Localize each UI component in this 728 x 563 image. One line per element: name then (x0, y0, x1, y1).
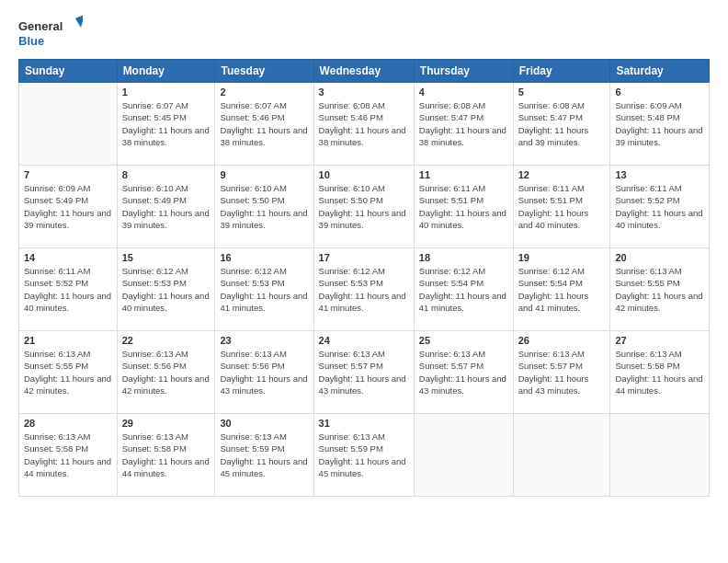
day-cell (19, 83, 118, 166)
day-number: 21 (24, 335, 112, 346)
day-cell: 22 Sunrise: 6:13 AMSunset: 5:56 PMDaylig… (117, 331, 215, 414)
column-header-sunday: Sunday (19, 60, 118, 83)
day-info: Sunrise: 6:12 AMSunset: 5:53 PMDaylight:… (319, 265, 409, 314)
header-row: SundayMondayTuesdayWednesdayThursdayFrid… (19, 60, 710, 83)
day-cell: 19 Sunrise: 6:12 AMSunset: 5:54 PMDaylig… (513, 248, 610, 331)
day-cell: 2 Sunrise: 6:07 AMSunset: 5:46 PMDayligh… (215, 83, 313, 166)
column-header-monday: Monday (117, 60, 215, 83)
day-number: 17 (319, 252, 409, 263)
week-row-1: 1 Sunrise: 6:07 AMSunset: 5:45 PMDayligh… (19, 83, 710, 166)
day-info: Sunrise: 6:12 AMSunset: 5:54 PMDaylight:… (419, 265, 508, 314)
day-cell: 24 Sunrise: 6:13 AMSunset: 5:57 PMDaylig… (313, 331, 414, 414)
day-number: 12 (518, 169, 606, 180)
day-cell (513, 414, 610, 497)
day-cell: 18 Sunrise: 6:12 AMSunset: 5:54 PMDaylig… (414, 248, 513, 331)
day-number: 28 (24, 418, 112, 429)
day-info: Sunrise: 6:07 AMSunset: 5:45 PMDaylight:… (122, 99, 210, 148)
day-cell (610, 414, 710, 497)
day-cell (414, 414, 513, 497)
day-number: 11 (419, 169, 508, 180)
day-cell: 15 Sunrise: 6:12 AMSunset: 5:53 PMDaylig… (117, 248, 215, 331)
day-number: 16 (220, 252, 308, 263)
day-cell: 1 Sunrise: 6:07 AMSunset: 5:45 PMDayligh… (117, 83, 215, 166)
day-cell: 26 Sunrise: 6:13 AMSunset: 5:57 PMDaylig… (513, 331, 610, 414)
logo-svg: General Blue (18, 15, 83, 50)
day-number: 13 (615, 169, 704, 180)
day-cell: 6 Sunrise: 6:09 AMSunset: 5:48 PMDayligh… (610, 83, 710, 166)
day-info: Sunrise: 6:13 AMSunset: 5:57 PMDaylight:… (419, 348, 508, 396)
day-number: 18 (419, 252, 508, 263)
day-info: Sunrise: 6:11 AMSunset: 5:52 PMDaylight:… (24, 265, 112, 314)
column-header-wednesday: Wednesday (313, 60, 414, 83)
day-info: Sunrise: 6:13 AMSunset: 5:58 PMDaylight:… (615, 348, 704, 396)
day-cell: 11 Sunrise: 6:11 AMSunset: 5:51 PMDaylig… (414, 166, 513, 248)
day-info: Sunrise: 6:13 AMSunset: 5:59 PMDaylight:… (319, 431, 409, 479)
day-info: Sunrise: 6:08 AMSunset: 5:46 PMDaylight:… (319, 99, 409, 148)
day-number: 10 (319, 169, 409, 180)
day-info: Sunrise: 6:11 AMSunset: 5:51 PMDaylight:… (518, 182, 606, 231)
column-header-friday: Friday (513, 60, 610, 83)
day-info: Sunrise: 6:13 AMSunset: 5:55 PMDaylight:… (24, 348, 112, 396)
day-info: Sunrise: 6:12 AMSunset: 5:54 PMDaylight:… (518, 265, 606, 314)
day-cell: 28 Sunrise: 6:13 AMSunset: 5:58 PMDaylig… (19, 414, 118, 497)
day-cell: 30 Sunrise: 6:13 AMSunset: 5:59 PMDaylig… (215, 414, 313, 497)
day-number: 8 (122, 169, 210, 180)
day-number: 29 (122, 418, 210, 429)
day-number: 25 (419, 335, 508, 346)
day-info: Sunrise: 6:10 AMSunset: 5:50 PMDaylight:… (319, 182, 409, 231)
day-info: Sunrise: 6:13 AMSunset: 5:56 PMDaylight:… (220, 348, 308, 396)
week-row-4: 21 Sunrise: 6:13 AMSunset: 5:55 PMDaylig… (19, 331, 710, 414)
day-info: Sunrise: 6:11 AMSunset: 5:52 PMDaylight:… (615, 182, 704, 231)
day-number: 4 (419, 86, 508, 98)
day-cell: 7 Sunrise: 6:09 AMSunset: 5:49 PMDayligh… (19, 166, 118, 248)
day-info: Sunrise: 6:13 AMSunset: 5:56 PMDaylight:… (122, 348, 210, 396)
day-info: Sunrise: 6:13 AMSunset: 5:58 PMDaylight:… (24, 431, 112, 479)
day-cell: 17 Sunrise: 6:12 AMSunset: 5:53 PMDaylig… (313, 248, 414, 331)
day-number: 30 (220, 418, 308, 429)
day-info: Sunrise: 6:12 AMSunset: 5:53 PMDaylight:… (220, 265, 308, 314)
day-info: Sunrise: 6:09 AMSunset: 5:49 PMDaylight:… (24, 182, 112, 231)
column-header-tuesday: Tuesday (215, 60, 313, 83)
day-number: 3 (319, 86, 409, 98)
logo: General Blue (18, 15, 83, 50)
day-cell: 10 Sunrise: 6:10 AMSunset: 5:50 PMDaylig… (313, 166, 414, 248)
day-info: Sunrise: 6:13 AMSunset: 5:57 PMDaylight:… (319, 348, 409, 396)
svg-marker-2 (75, 15, 83, 28)
day-info: Sunrise: 6:08 AMSunset: 5:47 PMDaylight:… (518, 99, 606, 148)
day-info: Sunrise: 6:13 AMSunset: 5:57 PMDaylight:… (518, 348, 606, 396)
day-cell: 12 Sunrise: 6:11 AMSunset: 5:51 PMDaylig… (513, 166, 610, 248)
day-info: Sunrise: 6:10 AMSunset: 5:49 PMDaylight:… (122, 182, 210, 231)
day-info: Sunrise: 6:11 AMSunset: 5:51 PMDaylight:… (419, 182, 508, 231)
day-info: Sunrise: 6:13 AMSunset: 5:59 PMDaylight:… (220, 431, 308, 479)
day-number: 23 (220, 335, 308, 346)
svg-text:Blue: Blue (18, 34, 44, 48)
day-number: 5 (518, 86, 606, 98)
week-row-5: 28 Sunrise: 6:13 AMSunset: 5:58 PMDaylig… (19, 414, 710, 497)
day-info: Sunrise: 6:09 AMSunset: 5:48 PMDaylight:… (615, 99, 704, 148)
column-header-saturday: Saturday (610, 60, 710, 83)
week-row-3: 14 Sunrise: 6:11 AMSunset: 5:52 PMDaylig… (19, 248, 710, 331)
day-number: 31 (319, 418, 409, 429)
day-number: 2 (220, 86, 308, 98)
day-number: 15 (122, 252, 210, 263)
day-cell: 3 Sunrise: 6:08 AMSunset: 5:46 PMDayligh… (313, 83, 414, 166)
day-cell: 4 Sunrise: 6:08 AMSunset: 5:47 PMDayligh… (414, 83, 513, 166)
day-info: Sunrise: 6:10 AMSunset: 5:50 PMDaylight:… (220, 182, 308, 231)
day-number: 9 (220, 169, 308, 180)
day-info: Sunrise: 6:08 AMSunset: 5:47 PMDaylight:… (419, 99, 508, 148)
week-row-2: 7 Sunrise: 6:09 AMSunset: 5:49 PMDayligh… (19, 166, 710, 248)
day-number: 20 (615, 252, 704, 263)
calendar-table: SundayMondayTuesdayWednesdayThursdayFrid… (18, 59, 710, 497)
day-number: 14 (24, 252, 112, 263)
day-info: Sunrise: 6:13 AMSunset: 5:58 PMDaylight:… (122, 431, 210, 479)
day-cell: 20 Sunrise: 6:13 AMSunset: 5:55 PMDaylig… (610, 248, 710, 331)
day-number: 6 (615, 86, 704, 98)
day-cell: 16 Sunrise: 6:12 AMSunset: 5:53 PMDaylig… (215, 248, 313, 331)
header: General Blue (18, 15, 710, 50)
day-number: 26 (518, 335, 606, 346)
day-cell: 31 Sunrise: 6:13 AMSunset: 5:59 PMDaylig… (313, 414, 414, 497)
day-number: 19 (518, 252, 606, 263)
day-number: 1 (122, 86, 210, 98)
svg-text:General: General (18, 19, 63, 33)
column-header-thursday: Thursday (414, 60, 513, 83)
